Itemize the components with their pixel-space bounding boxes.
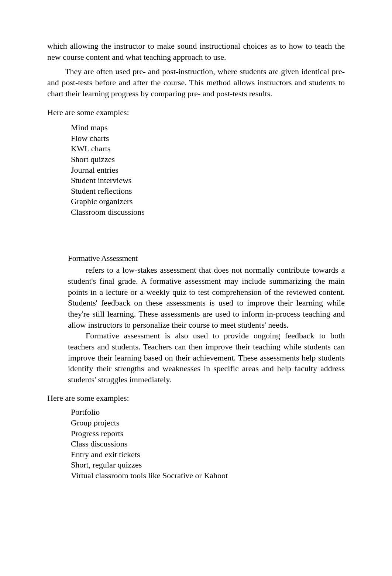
- paragraph-intro-2: They are often used pre- and post-instru…: [47, 66, 345, 99]
- examples-list-2: PortfolioGroup projectsProgress reportsC…: [47, 407, 345, 481]
- list-item-text: Student reflections: [71, 186, 132, 196]
- list-item-text: Journal entries: [71, 165, 118, 175]
- list-item: Entry and exit tickets: [58, 449, 345, 460]
- section-paragraph-2: Formative assessment is also used to pro…: [68, 330, 345, 385]
- list-item-text: Class discussions: [71, 439, 127, 448]
- list-item: Virtual classroom tools like Socrative o…: [58, 470, 345, 481]
- section-heading: Formative Assessment: [68, 253, 345, 264]
- section-paragraph-1: refers to a low-stakes assessment that d…: [68, 265, 345, 330]
- list-item-text: Group projects: [71, 418, 119, 427]
- list-item-text: Short quizzes: [71, 155, 115, 164]
- list-item-text: Short, regular quizzes: [71, 460, 142, 469]
- list-item-text: Student interviews: [71, 176, 131, 185]
- list-item: Short, regular quizzes: [58, 460, 345, 470]
- examples-list-1: Mind mapsFlow chartsKWL chartsShort quiz…: [47, 123, 345, 217]
- list-item: Graphic organizers: [58, 196, 345, 207]
- examples-intro-2: Here are some examples:: [47, 393, 345, 404]
- list-item-text: Flow charts: [71, 134, 109, 143]
- list-item: Student reflections: [58, 186, 345, 197]
- list-item-text: Portfolio: [71, 407, 100, 417]
- formative-assessment-section: Formative Assessment refers to a low-sta…: [47, 253, 345, 385]
- list-item: Flow charts: [58, 133, 345, 144]
- examples-intro-1: Here are some examples:: [47, 107, 345, 118]
- list-item: Group projects: [58, 418, 345, 428]
- list-item-text: Virtual classroom tools like Socrative o…: [71, 471, 228, 480]
- list-item-text: Progress reports: [71, 429, 123, 438]
- list-item-text: Mind maps: [71, 123, 108, 132]
- list-item: Class discussions: [58, 439, 345, 449]
- list-item: Classroom discussions: [58, 207, 345, 218]
- list-item: Portfolio: [58, 407, 345, 418]
- list-item: Progress reports: [58, 428, 345, 439]
- paragraph-intro-1: which allowing the instructor to make so…: [47, 41, 345, 62]
- list-item: Journal entries: [58, 165, 345, 176]
- list-item: Mind maps: [58, 123, 345, 133]
- list-item-text: Entry and exit tickets: [71, 450, 140, 459]
- list-item: Student interviews: [58, 175, 345, 186]
- list-item-text: Graphic organizers: [71, 197, 133, 206]
- list-item-text: KWL charts: [71, 144, 110, 153]
- list-item: KWL charts: [58, 144, 345, 154]
- list-item: Short quizzes: [58, 154, 345, 165]
- list-item-text: Classroom discussions: [71, 207, 145, 217]
